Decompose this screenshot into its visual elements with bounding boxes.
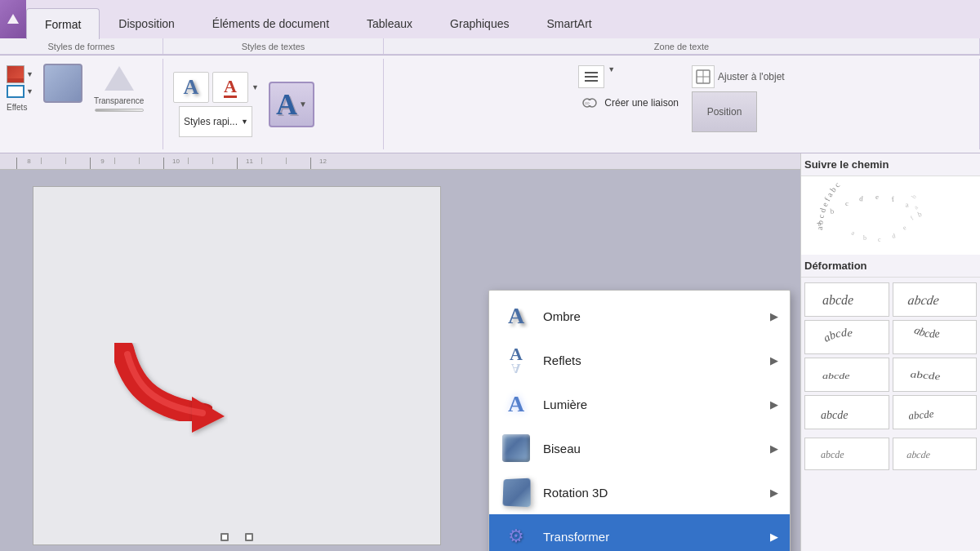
ombre-label: Ombre [543,309,759,323]
handle-right[interactable] [245,533,253,541]
fill-color-button[interactable]: ▼ [7,65,33,83]
ribbon-logo [0,0,26,38]
link-row: ∞ Créer une liaison [578,91,679,114]
group-zone-texte: ▼ ∞ Créer une liaison [384,59,980,149]
deform-item-5[interactable]: abcde [804,358,889,392]
tab-disposition[interactable]: Disposition [100,7,193,38]
position-buttons: Ajuster à l'objet Position [692,65,785,132]
deform-item-7[interactable]: abcde [804,395,889,429]
svg-text:a: a [850,229,856,237]
align-row1: ▼ [578,65,679,88]
red-arrow [98,333,261,442]
deform-item-1[interactable]: abcde [804,282,889,317]
reflets-arrow: ▶ [770,354,778,367]
color-buttons: ▼ ▼ Effets [7,62,33,112]
deform-extra-1[interactable]: abcde [804,438,889,470]
label-zone-texte: Zone de texte [384,38,980,54]
text-a-row1: A A ▼ [173,72,259,103]
position-label: Position [707,106,742,118]
text-color-a: A [224,76,237,98]
biseau-label: Biseau [543,442,759,455]
svg-text:abcde: abcde [822,293,853,307]
group-styles-textes: A A ▼ Styles rapi... ▼ [163,59,384,149]
deform-item-8[interactable]: abcde [893,395,978,429]
effets-label: Effets [7,103,33,112]
tab-smartart[interactable]: SmartArt [528,7,610,38]
tab-elements[interactable]: Éléments de document [194,7,348,38]
transparency-control: Transparence [94,62,144,112]
fill-dropdown-arrow[interactable]: ▼ [26,70,33,78]
position-btn[interactable]: Position [692,91,757,132]
transformer-icon-glyph: ⚙ [508,526,524,547]
rotation3d-label: Rotation 3D [543,486,759,500]
svg-text:a: a [905,200,910,209]
quick-styles-btn[interactable]: Styles rapi... ▼ [179,106,252,137]
transformer-arrow: ▶ [770,531,778,543]
handle-left[interactable] [220,533,229,541]
svg-text:c: c [878,236,881,243]
svg-text:abcde: abcde [912,324,940,340]
suivre-chemin-title: Suivre le chemin [801,153,980,176]
text-effects-arrow[interactable]: ▼ [299,100,307,109]
ombre-icon-a: A [508,303,524,329]
reflets-a-top: A [510,345,523,363]
label-styles-textes: Styles de textes [163,38,384,54]
tab-graphiques[interactable]: Graphiques [431,7,528,38]
group-styles-formes: ▼ ▼ Effets Transparence [0,59,163,149]
deformation-title: Déformation [801,255,980,278]
creer-liaison-label[interactable]: Créer une liaison [604,97,679,109]
ribbon-section-labels: Styles de formes Styles de textes Zone d… [0,38,980,55]
menu-item-biseau[interactable]: Biseau ▶ [489,426,790,470]
svg-text:f: f [909,215,915,222]
deform-item-2[interactable]: abcde [893,282,978,317]
tab-format[interactable]: Format [26,8,100,39]
align-btn[interactable] [578,65,604,88]
align-arrow[interactable]: ▼ [608,65,615,88]
text-effects-a: A [276,87,297,122]
menu-item-ombre[interactable]: A Ombre ▶ [489,294,790,338]
deform-svg-3: abcde [818,324,875,349]
quick-styles-arrow[interactable]: ▼ [241,118,248,126]
text-style-shadow-btn[interactable]: A [173,72,209,103]
ajuster-btn[interactable]: Ajuster à l'objet [692,65,785,88]
ruler-mark-10: 10 [163,158,188,169]
svg-text:abcde: abcde [908,407,934,422]
menu-item-lumiere[interactable]: A Lumière ▶ [489,382,790,426]
deform-item-3[interactable]: abcde [804,320,889,354]
ruler-tick4 [139,158,163,164]
ruler-mark-9: 9 [90,158,114,169]
border-color-button[interactable]: ▼ [7,85,33,98]
deform-svg-5: abcde [818,362,875,386]
biseau-arrow: ▶ [770,442,778,455]
deform-item-4[interactable]: abcde [893,320,978,354]
path-preview-svg: a b c d e f a b c a b c a b c d e f a b … [806,181,969,247]
border-dropdown-arrow[interactable]: ▼ [26,87,33,96]
deform-svg-8: abcde [906,399,963,424]
ajuster-icon [692,65,715,88]
lumiere-label: Lumière [543,398,759,411]
text-style-color-btn[interactable]: A [212,72,248,103]
menu-item-transformer[interactable]: ⚙ Transformer ▶ [489,514,790,551]
tab-tableaux[interactable]: Tableaux [348,7,431,38]
position-section: Position [692,91,785,132]
link-btn[interactable]: ∞ [578,91,601,114]
menu-item-reflets[interactable]: A A Reflets ▶ [489,338,790,382]
deform-extra-2[interactable]: abcde [893,438,978,470]
label-styles-formes: Styles de formes [0,38,163,54]
text-dropdown-arrow[interactable]: ▼ [252,83,259,91]
transparence-label: Transparence [94,96,144,105]
ribbon: Format Disposition Éléments de document … [0,0,980,153]
transparency-slider[interactable] [95,109,144,112]
link-icon: ∞ [581,94,599,112]
ajuster-label: Ajuster à l'objet [718,71,785,82]
arrow-svg [98,333,261,439]
border-color-icon [7,85,24,98]
text-effects-btn[interactable]: A ▼ [269,82,314,127]
text-style-shadow-a: A [184,75,199,100]
shape-preview [38,62,87,104]
deform-svg-1: abcde [818,287,875,311]
menu-item-rotation3d[interactable]: Rotation 3D ▶ [489,470,790,514]
ruler: 8 9 10 11 12 [0,153,800,170]
svg-text:∞: ∞ [585,100,590,107]
deform-item-6[interactable]: abcde [893,358,978,392]
